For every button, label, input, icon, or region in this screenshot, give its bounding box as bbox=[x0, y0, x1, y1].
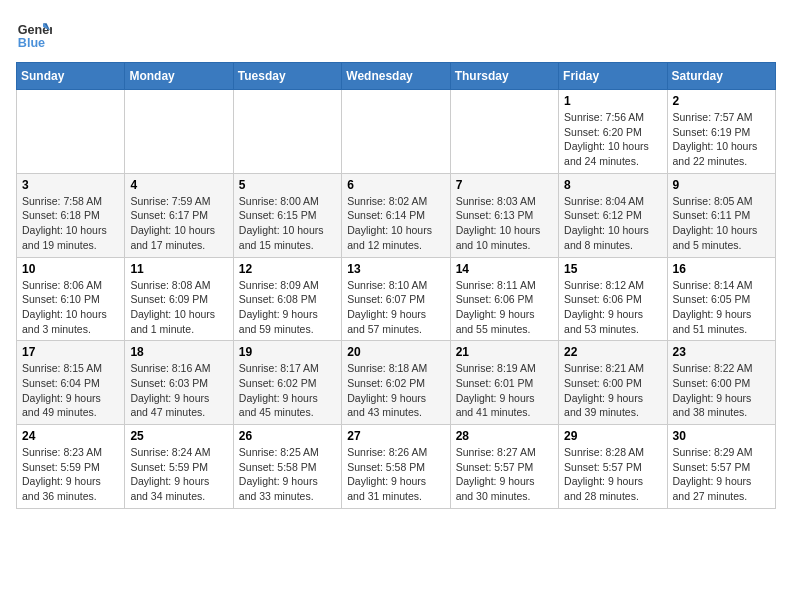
header-wednesday: Wednesday bbox=[342, 63, 450, 90]
calendar-cell: 13Sunrise: 8:10 AM Sunset: 6:07 PM Dayli… bbox=[342, 257, 450, 341]
calendar-cell: 28Sunrise: 8:27 AM Sunset: 5:57 PM Dayli… bbox=[450, 425, 558, 509]
calendar-cell: 15Sunrise: 8:12 AM Sunset: 6:06 PM Dayli… bbox=[559, 257, 667, 341]
calendar-cell: 8Sunrise: 8:04 AM Sunset: 6:12 PM Daylig… bbox=[559, 173, 667, 257]
day-number: 9 bbox=[673, 178, 770, 192]
day-info: Sunrise: 8:29 AM Sunset: 5:57 PM Dayligh… bbox=[673, 445, 770, 504]
calendar-cell: 5Sunrise: 8:00 AM Sunset: 6:15 PM Daylig… bbox=[233, 173, 341, 257]
day-number: 25 bbox=[130, 429, 227, 443]
calendar-week-1: 1Sunrise: 7:56 AM Sunset: 6:20 PM Daylig… bbox=[17, 90, 776, 174]
day-number: 8 bbox=[564, 178, 661, 192]
day-info: Sunrise: 8:17 AM Sunset: 6:02 PM Dayligh… bbox=[239, 361, 336, 420]
calendar-cell: 9Sunrise: 8:05 AM Sunset: 6:11 PM Daylig… bbox=[667, 173, 775, 257]
day-number: 18 bbox=[130, 345, 227, 359]
day-info: Sunrise: 8:21 AM Sunset: 6:00 PM Dayligh… bbox=[564, 361, 661, 420]
header-thursday: Thursday bbox=[450, 63, 558, 90]
day-number: 20 bbox=[347, 345, 444, 359]
day-number: 30 bbox=[673, 429, 770, 443]
calendar-cell: 6Sunrise: 8:02 AM Sunset: 6:14 PM Daylig… bbox=[342, 173, 450, 257]
day-number: 21 bbox=[456, 345, 553, 359]
calendar-cell bbox=[233, 90, 341, 174]
day-info: Sunrise: 8:10 AM Sunset: 6:07 PM Dayligh… bbox=[347, 278, 444, 337]
day-number: 26 bbox=[239, 429, 336, 443]
day-info: Sunrise: 7:59 AM Sunset: 6:17 PM Dayligh… bbox=[130, 194, 227, 253]
calendar-cell: 29Sunrise: 8:28 AM Sunset: 5:57 PM Dayli… bbox=[559, 425, 667, 509]
day-info: Sunrise: 8:28 AM Sunset: 5:57 PM Dayligh… bbox=[564, 445, 661, 504]
header-friday: Friday bbox=[559, 63, 667, 90]
calendar-cell: 10Sunrise: 8:06 AM Sunset: 6:10 PM Dayli… bbox=[17, 257, 125, 341]
day-info: Sunrise: 8:03 AM Sunset: 6:13 PM Dayligh… bbox=[456, 194, 553, 253]
calendar-cell: 16Sunrise: 8:14 AM Sunset: 6:05 PM Dayli… bbox=[667, 257, 775, 341]
day-info: Sunrise: 8:19 AM Sunset: 6:01 PM Dayligh… bbox=[456, 361, 553, 420]
calendar-header-row: SundayMondayTuesdayWednesdayThursdayFrid… bbox=[17, 63, 776, 90]
calendar-cell: 25Sunrise: 8:24 AM Sunset: 5:59 PM Dayli… bbox=[125, 425, 233, 509]
calendar-cell: 21Sunrise: 8:19 AM Sunset: 6:01 PM Dayli… bbox=[450, 341, 558, 425]
day-number: 16 bbox=[673, 262, 770, 276]
calendar-cell: 11Sunrise: 8:08 AM Sunset: 6:09 PM Dayli… bbox=[125, 257, 233, 341]
day-number: 23 bbox=[673, 345, 770, 359]
day-info: Sunrise: 8:22 AM Sunset: 6:00 PM Dayligh… bbox=[673, 361, 770, 420]
header-monday: Monday bbox=[125, 63, 233, 90]
day-info: Sunrise: 8:15 AM Sunset: 6:04 PM Dayligh… bbox=[22, 361, 119, 420]
day-number: 1 bbox=[564, 94, 661, 108]
calendar-week-2: 3Sunrise: 7:58 AM Sunset: 6:18 PM Daylig… bbox=[17, 173, 776, 257]
day-info: Sunrise: 8:08 AM Sunset: 6:09 PM Dayligh… bbox=[130, 278, 227, 337]
day-number: 27 bbox=[347, 429, 444, 443]
day-info: Sunrise: 7:56 AM Sunset: 6:20 PM Dayligh… bbox=[564, 110, 661, 169]
day-number: 13 bbox=[347, 262, 444, 276]
calendar-week-4: 17Sunrise: 8:15 AM Sunset: 6:04 PM Dayli… bbox=[17, 341, 776, 425]
page-header: General Blue bbox=[16, 16, 776, 52]
header-sunday: Sunday bbox=[17, 63, 125, 90]
day-number: 12 bbox=[239, 262, 336, 276]
day-number: 22 bbox=[564, 345, 661, 359]
calendar-cell: 4Sunrise: 7:59 AM Sunset: 6:17 PM Daylig… bbox=[125, 173, 233, 257]
logo: General Blue bbox=[16, 16, 56, 52]
calendar-cell: 23Sunrise: 8:22 AM Sunset: 6:00 PM Dayli… bbox=[667, 341, 775, 425]
calendar-cell bbox=[450, 90, 558, 174]
logo-icon: General Blue bbox=[16, 16, 52, 52]
calendar-cell: 19Sunrise: 8:17 AM Sunset: 6:02 PM Dayli… bbox=[233, 341, 341, 425]
day-number: 2 bbox=[673, 94, 770, 108]
day-info: Sunrise: 7:57 AM Sunset: 6:19 PM Dayligh… bbox=[673, 110, 770, 169]
calendar-cell: 7Sunrise: 8:03 AM Sunset: 6:13 PM Daylig… bbox=[450, 173, 558, 257]
day-info: Sunrise: 8:25 AM Sunset: 5:58 PM Dayligh… bbox=[239, 445, 336, 504]
day-number: 28 bbox=[456, 429, 553, 443]
header-tuesday: Tuesday bbox=[233, 63, 341, 90]
calendar-cell: 12Sunrise: 8:09 AM Sunset: 6:08 PM Dayli… bbox=[233, 257, 341, 341]
calendar-cell: 20Sunrise: 8:18 AM Sunset: 6:02 PM Dayli… bbox=[342, 341, 450, 425]
calendar-cell: 26Sunrise: 8:25 AM Sunset: 5:58 PM Dayli… bbox=[233, 425, 341, 509]
day-info: Sunrise: 8:26 AM Sunset: 5:58 PM Dayligh… bbox=[347, 445, 444, 504]
calendar-cell: 1Sunrise: 7:56 AM Sunset: 6:20 PM Daylig… bbox=[559, 90, 667, 174]
calendar-cell bbox=[125, 90, 233, 174]
day-info: Sunrise: 8:12 AM Sunset: 6:06 PM Dayligh… bbox=[564, 278, 661, 337]
day-info: Sunrise: 8:04 AM Sunset: 6:12 PM Dayligh… bbox=[564, 194, 661, 253]
day-number: 14 bbox=[456, 262, 553, 276]
calendar-cell: 17Sunrise: 8:15 AM Sunset: 6:04 PM Dayli… bbox=[17, 341, 125, 425]
day-info: Sunrise: 8:16 AM Sunset: 6:03 PM Dayligh… bbox=[130, 361, 227, 420]
day-number: 7 bbox=[456, 178, 553, 192]
day-number: 3 bbox=[22, 178, 119, 192]
day-number: 19 bbox=[239, 345, 336, 359]
day-info: Sunrise: 8:06 AM Sunset: 6:10 PM Dayligh… bbox=[22, 278, 119, 337]
calendar-cell bbox=[17, 90, 125, 174]
day-info: Sunrise: 8:02 AM Sunset: 6:14 PM Dayligh… bbox=[347, 194, 444, 253]
calendar-cell: 2Sunrise: 7:57 AM Sunset: 6:19 PM Daylig… bbox=[667, 90, 775, 174]
calendar-cell: 24Sunrise: 8:23 AM Sunset: 5:59 PM Dayli… bbox=[17, 425, 125, 509]
day-info: Sunrise: 8:18 AM Sunset: 6:02 PM Dayligh… bbox=[347, 361, 444, 420]
day-number: 11 bbox=[130, 262, 227, 276]
day-info: Sunrise: 7:58 AM Sunset: 6:18 PM Dayligh… bbox=[22, 194, 119, 253]
day-number: 5 bbox=[239, 178, 336, 192]
day-number: 15 bbox=[564, 262, 661, 276]
svg-text:Blue: Blue bbox=[18, 36, 45, 50]
header-saturday: Saturday bbox=[667, 63, 775, 90]
day-info: Sunrise: 8:23 AM Sunset: 5:59 PM Dayligh… bbox=[22, 445, 119, 504]
day-number: 6 bbox=[347, 178, 444, 192]
calendar-cell bbox=[342, 90, 450, 174]
day-info: Sunrise: 8:11 AM Sunset: 6:06 PM Dayligh… bbox=[456, 278, 553, 337]
day-number: 29 bbox=[564, 429, 661, 443]
calendar-cell: 14Sunrise: 8:11 AM Sunset: 6:06 PM Dayli… bbox=[450, 257, 558, 341]
day-info: Sunrise: 8:00 AM Sunset: 6:15 PM Dayligh… bbox=[239, 194, 336, 253]
calendar-week-5: 24Sunrise: 8:23 AM Sunset: 5:59 PM Dayli… bbox=[17, 425, 776, 509]
calendar-cell: 27Sunrise: 8:26 AM Sunset: 5:58 PM Dayli… bbox=[342, 425, 450, 509]
calendar-cell: 22Sunrise: 8:21 AM Sunset: 6:00 PM Dayli… bbox=[559, 341, 667, 425]
day-info: Sunrise: 8:24 AM Sunset: 5:59 PM Dayligh… bbox=[130, 445, 227, 504]
